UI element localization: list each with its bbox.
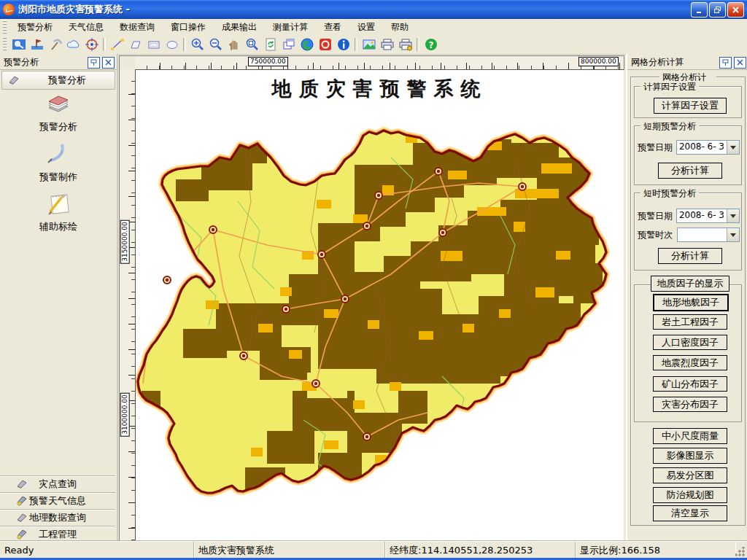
menu-bar: 预警分析 天气信息 数据查询 窗口操作 成果输出 测量计算 查看 设置 帮助: [0, 19, 747, 36]
survey-flag-icon[interactable]: [28, 36, 45, 52]
factor-disaster-button[interactable]: 灾害分布因子: [653, 397, 727, 412]
tool-auxiliary-plot[interactable]: 辅助标绘: [0, 190, 117, 233]
warning-date-combo2[interactable]: 2008- 6- 3: [676, 209, 740, 223]
map-canvas[interactable]: 地质灾害预警系统: [135, 69, 624, 541]
menu-grip[interactable]: [3, 20, 7, 34]
toolbar-grip[interactable]: [3, 37, 7, 52]
warning-date-label2: 预警日期: [638, 210, 676, 222]
rainfall-button[interactable]: 中小尺度雨量: [653, 428, 727, 444]
left-panel: 预警分析 预警分析 预警分析 预警制作 辅助标绘 灾点查询 预警天气信息: [0, 54, 118, 541]
analyze-button-short-time[interactable]: 分析计算: [658, 248, 722, 264]
resize-grip[interactable]: [735, 547, 746, 557]
susceptibility-map-button[interactable]: 易发分区图: [653, 467, 727, 483]
analyze-button-short-term[interactable]: 分析计算: [658, 163, 722, 179]
status-coordinates: 经纬度:114.140551,28.250253: [385, 542, 576, 559]
pen-icon: [44, 141, 72, 166]
book-icon: [44, 90, 72, 115]
image-display-button[interactable]: 影像图显示: [653, 448, 727, 464]
minimize-button[interactable]: [691, 2, 708, 18]
target-icon[interactable]: [83, 36, 100, 52]
ellipse-tool-icon[interactable]: [163, 36, 180, 52]
left-group-label: 预警分析: [20, 74, 115, 87]
panel-bar-geo-data-query[interactable]: 地理数据查询: [0, 509, 115, 526]
refresh-icon[interactable]: [262, 36, 279, 52]
rectangle-tool-icon[interactable]: [145, 36, 162, 52]
factor-seismic-button[interactable]: 地震烈度因子: [653, 355, 727, 370]
warning-date-combo[interactable]: 2008- 6- 3: [676, 140, 740, 155]
warning-time-combo[interactable]: [677, 228, 740, 242]
factor-setting-button[interactable]: 计算因子设置: [654, 98, 727, 114]
warning-date-value: 2008- 6- 3: [677, 141, 727, 154]
pin-icon[interactable]: [88, 57, 100, 69]
warning-date-row2: 预警日期 2008- 6- 3: [638, 209, 740, 223]
left-group-header[interactable]: 预警分析: [1, 71, 115, 90]
close-panel-icon[interactable]: [102, 57, 115, 69]
cloud-icon[interactable]: [65, 36, 82, 52]
tool-wedge-icon: [8, 74, 20, 88]
help-icon[interactable]: ?: [422, 36, 439, 52]
globe-icon[interactable]: [298, 36, 315, 52]
satellite-icon[interactable]: [10, 36, 27, 52]
pin-icon[interactable]: [719, 57, 732, 69]
factor-mine-button[interactable]: 矿山分布因子: [653, 376, 727, 392]
panel-bar-project-manage[interactable]: 工程管理: [0, 526, 115, 542]
chevron-down-icon[interactable]: [727, 141, 739, 154]
menu-warning-analysis[interactable]: 预警分析: [9, 20, 61, 35]
left-panel-title: 预警分析: [0, 56, 88, 69]
print-icon[interactable]: [379, 36, 395, 52]
tool-warning-produce[interactable]: 预警制作: [0, 141, 117, 184]
clear-display-button[interactable]: 清空显示: [653, 505, 727, 521]
chevron-down-icon[interactable]: [727, 209, 739, 222]
panel-bar-warning-weather[interactable]: 预警天气信息: [0, 492, 115, 509]
left-panel-header: 预警分析: [0, 55, 117, 70]
short-term-legend: 短期预警分析: [640, 120, 699, 133]
zoom-in-icon[interactable]: [189, 36, 206, 52]
prevention-plan-button[interactable]: 防治规划图: [653, 487, 727, 503]
close-button[interactable]: [727, 2, 744, 18]
warning-time-row: 预警时次: [638, 228, 740, 242]
factor-terrain-button[interactable]: 地形地貌因子: [653, 294, 729, 311]
restore-button[interactable]: [709, 2, 726, 18]
menu-weather-info[interactable]: 天气信息: [61, 20, 112, 35]
panel-bar-disaster-query[interactable]: 灾点查询: [0, 475, 115, 492]
close-panel-icon[interactable]: [734, 57, 746, 69]
factor-population-button[interactable]: 人口密度因子: [653, 335, 727, 350]
menu-help[interactable]: 帮助: [383, 20, 417, 35]
line-tool-icon[interactable]: [109, 36, 125, 52]
toolbar: ?: [0, 35, 747, 55]
print-setup-icon[interactable]: [397, 36, 414, 52]
pick-icon[interactable]: [47, 36, 63, 52]
zoom-window-icon[interactable]: [244, 36, 260, 52]
status-system-name: 地质灾害预警系统: [194, 542, 385, 559]
menu-window-ops[interactable]: 窗口操作: [163, 20, 214, 35]
warning-date-row: 预警日期 2008- 6- 3: [638, 140, 740, 155]
image-icon[interactable]: [360, 36, 377, 52]
menu-settings[interactable]: 设置: [349, 20, 383, 35]
tool-wedge-icon: [16, 511, 28, 525]
cascade-icon[interactable]: [280, 36, 297, 52]
warning-date-value2: 2008- 6- 3: [677, 209, 727, 222]
menu-result-output[interactable]: 成果输出: [214, 20, 265, 35]
factor-geotech-button[interactable]: 岩土工程因子: [653, 314, 727, 330]
vertical-ruler: 3150000.00 3100000.00: [119, 69, 136, 542]
menu-view[interactable]: 查看: [316, 20, 349, 35]
zoom-out-icon[interactable]: [207, 36, 224, 52]
status-ready: Ready: [0, 542, 194, 559]
right-panel: 网格分析计算 网格分析计算 计算因子设置 计算因子设置 短期预警分析 预警日期 …: [626, 54, 747, 541]
right-panel-header: 网格分析计算: [627, 55, 747, 70]
polygon-tool-icon[interactable]: [127, 36, 144, 52]
chevron-down-icon[interactable]: [727, 228, 739, 241]
svg-text:?: ?: [428, 40, 433, 50]
status-bar: Ready 地质灾害预警系统 经纬度:114.140551,28.250253 …: [0, 541, 747, 559]
ruler-y-label: 3150000.00: [120, 219, 130, 263]
menu-measure-calc[interactable]: 测量计算: [265, 20, 316, 35]
tool-warning-analysis[interactable]: 预警分析: [0, 90, 117, 133]
tool-label: 预警分析: [0, 120, 117, 133]
ruler-x-label: 750000.00: [248, 57, 288, 66]
info-icon[interactable]: [335, 36, 352, 52]
pan-hand-icon[interactable]: [225, 36, 242, 52]
stop-icon[interactable]: [317, 36, 333, 52]
factor-display-button[interactable]: 地质因子的显示: [651, 276, 729, 292]
county-map[interactable]: [136, 70, 624, 541]
menu-data-query[interactable]: 数据查询: [112, 20, 163, 35]
